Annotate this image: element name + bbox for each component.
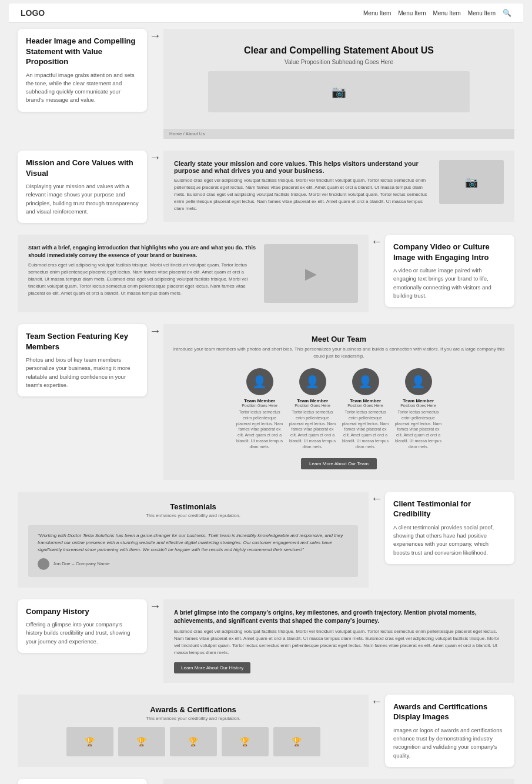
team-heading: Meet Our Team	[172, 335, 506, 343]
history-annotation: Company History Offering a glimpse into …	[18, 599, 147, 653]
team-ann-title: Team Section Featuring Key Members	[26, 331, 139, 352]
mission-body: Euismod cras eget vel adipiscing volutpa…	[174, 177, 431, 212]
hero-arrow: →	[147, 29, 163, 42]
mission-text: Clearly state your mission and core valu…	[174, 160, 431, 212]
search-icon[interactable]: 🔍	[503, 9, 511, 17]
hero-subheading: Value Proposition Subheading Goes Here	[175, 59, 503, 65]
testimonial-heading: Testimonials	[28, 502, 358, 511]
awards-content: Awards & Certifications This enhances yo…	[18, 695, 369, 767]
history-section: A brief glimpse into the company's origi…	[163, 599, 514, 683]
hero-ann-desc: An impactful image grabs attention and s…	[26, 71, 139, 105]
video-section: Start with a brief, engaging introductio…	[18, 235, 369, 312]
testimonial-avatar	[38, 558, 49, 570]
hero-ann-title: Header Image and Compelling Statement wi…	[26, 36, 139, 67]
gallery-content: Location/Culture Image Section Insert ph…	[163, 779, 514, 784]
mission-annotation: Mission and Core Values with Visual Disp…	[18, 151, 147, 223]
team-learn-btn[interactable]: Learn More About Our Team	[301, 458, 377, 469]
team-avatar-2: 👤	[299, 368, 326, 395]
video-body: Euismod cras eget vel adipiscing volutpa…	[28, 262, 256, 297]
history-btn[interactable]: Learn More About Our History	[174, 662, 250, 673]
team-pos-3: Position Goes Here	[342, 403, 389, 408]
team-member-3: 👤 Team Member Position Goes Here Tortor …	[342, 368, 389, 450]
team-arrow: →	[147, 324, 163, 338]
testimonial-sub: This enhances your credibility and reput…	[28, 513, 358, 518]
team-desc-4: Tortor lectus semectus enim pellentesque…	[395, 409, 442, 450]
breadcrumb: Home / About Us	[163, 129, 514, 139]
team-pos-1: Position Goes Here	[236, 403, 283, 408]
hero-content: Clear and Compelling Statement About US …	[163, 29, 514, 139]
mission-ann-title: Mission and Core Values with Visual	[26, 158, 139, 178]
mission-arrow: →	[147, 151, 163, 164]
hero-image-placeholder: 📷	[208, 71, 470, 112]
gallery-section: Location/Culture Image Section Insert ph…	[163, 779, 514, 784]
team-pos-2: Position Goes Here	[289, 403, 336, 408]
team-member-4: 👤 Team Member Position Goes Here Tortor …	[395, 368, 442, 450]
testimonial-author: Jon Doe – Company Name	[38, 558, 349, 570]
team-desc-3: Tortor lectus semectus enim pellentesque…	[342, 409, 389, 450]
testimonial-box: "Working with Doctor Tesla Solutions has…	[28, 525, 358, 577]
hero-title: Clear and Compelling Statement About US	[175, 45, 503, 56]
awards-ann-desc: Images or logos of awards and certificat…	[393, 726, 506, 760]
team-member-1: 👤 Team Member Position Goes Here Tortor …	[236, 368, 283, 450]
team-name-4: Team Member	[395, 398, 442, 403]
team-avatar-3: 👤	[352, 368, 379, 395]
testimonial-content: Testimonials This enhances your credibil…	[18, 492, 369, 588]
team-name-2: Team Member	[289, 398, 336, 403]
history-ann-desc: Offering a glimpse into your company's h…	[26, 620, 139, 646]
testimonial-section: Testimonials This enhances your credibil…	[18, 492, 369, 588]
mission-section: Clearly state your mission and core valu…	[163, 151, 514, 222]
team-name-1: Team Member	[236, 398, 283, 403]
team-section: Meet Our Team Introduce your team member…	[163, 324, 514, 480]
award-img-1: 🏆	[66, 727, 113, 756]
mission-content: Clearly state your mission and core valu…	[163, 151, 514, 222]
team-pos-4: Position Goes Here	[395, 403, 442, 408]
video-text: Start with a brief, engaging introductio…	[28, 244, 256, 297]
video-ann-desc: A video or culture image paired with eng…	[393, 266, 506, 300]
team-ann-desc: Photos and bios of key team members pers…	[26, 356, 139, 389]
video-annotation: Company Video or Culture Image with Enga…	[385, 235, 514, 307]
video-intro: Start with a brief, engaging introductio…	[28, 244, 256, 259]
team-member-2: 👤 Team Member Position Goes Here Tortor …	[289, 368, 336, 450]
history-content: A brief glimpse into the company's origi…	[163, 599, 514, 683]
award-img-2: 🏆	[118, 727, 165, 756]
nav-item-4[interactable]: Menu Item	[468, 10, 496, 16]
awards-heading: Awards & Certifications	[28, 705, 358, 714]
testimonial-ann-desc: A client testimonial provides social pro…	[393, 523, 506, 557]
award-img-3: 🏆	[170, 727, 217, 756]
history-body: Euismod cras eget vel adipiscing volutpa…	[174, 628, 504, 656]
team-members-row: 👤 Team Member Position Goes Here Tortor …	[172, 368, 506, 450]
wireframe-container: LOGO Menu Item Menu Item Menu Item Menu …	[9, 4, 523, 784]
gallery-annotation: Image Gallery of Company Culture and Emp…	[18, 779, 147, 784]
nav-item-2[interactable]: Menu Item	[398, 10, 426, 16]
testimonial-author-name: Jon Doe – Company Name	[53, 561, 110, 568]
testimonial-annotation: Client Testimonial for Credibility A cli…	[385, 492, 514, 564]
video-ann-title: Company Video or Culture Image with Enga…	[393, 242, 506, 262]
hero-section: Clear and Compelling Statement About US …	[163, 29, 514, 129]
team-subheading: Introduce your team members with photos …	[172, 346, 506, 360]
awards-arrow: ←	[369, 695, 385, 708]
nav-items: Menu Item Menu Item Menu Item Menu Item …	[363, 9, 511, 17]
team-desc-2: Tortor lectus semectus enim pellentesque…	[289, 409, 336, 450]
nav-logo: LOGO	[21, 8, 45, 18]
nav-item-3[interactable]: Menu Item	[433, 10, 461, 16]
video-arrow: ←	[369, 235, 385, 248]
awards-section: Awards & Certifications This enhances yo…	[18, 695, 369, 767]
award-img-4: 🏆	[222, 727, 269, 756]
nav-item-1[interactable]: Menu Item	[363, 10, 391, 16]
navigation: LOGO Menu Item Menu Item Menu Item Menu …	[9, 4, 523, 23]
team-content: Meet Our Team Introduce your team member…	[163, 324, 514, 480]
hero-annotation: Header Image and Compelling Statement wi…	[18, 29, 147, 112]
team-name-3: Team Member	[342, 398, 389, 403]
team-avatar-1: 👤	[246, 368, 273, 395]
awards-ann-title: Awards and Certifications Display Images	[393, 702, 506, 722]
testimonial-quote: "Working with Doctor Tesla Solutions has…	[38, 532, 349, 553]
mission-heading: Clearly state your mission and core valu…	[174, 160, 431, 174]
history-arrow: →	[147, 599, 163, 613]
page-wrapper: LOGO Menu Item Menu Item Menu Item Menu …	[0, 0, 532, 784]
team-desc-1: Tortor lectus semectus enim pellentesque…	[236, 409, 283, 450]
mission-image-placeholder: 📷	[439, 160, 504, 204]
awards-row: 🏆 🏆 🏆 🏆 🏆	[28, 727, 358, 756]
video-content: Start with a brief, engaging introductio…	[18, 235, 369, 312]
mission-ann-desc: Displaying your mission and values with …	[26, 182, 139, 216]
awards-annotation: Awards and Certifications Display Images…	[385, 695, 514, 767]
